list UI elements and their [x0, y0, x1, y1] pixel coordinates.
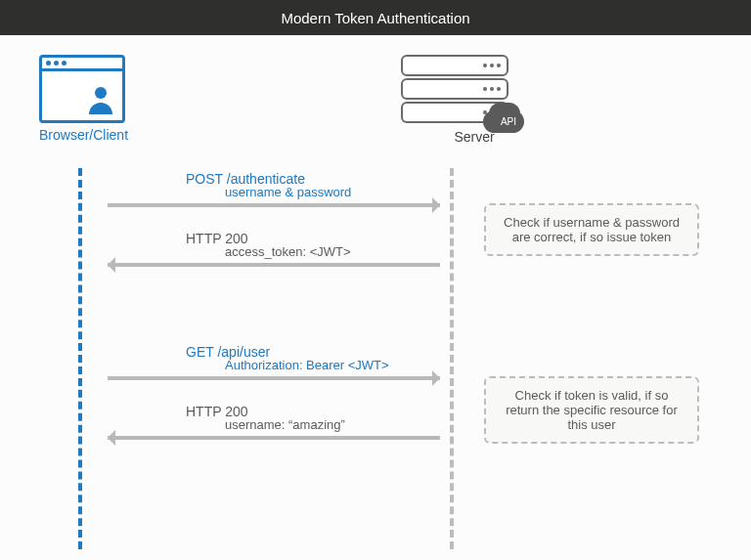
- flow2-response-detail: username: “amazing”: [225, 417, 440, 432]
- flow2-request-detail: Authorization: Bearer <JWT>: [225, 358, 440, 372]
- arrow-left-icon: [108, 263, 440, 267]
- flow1-request: POST /authenticate username & password: [108, 171, 440, 207]
- diagram-title-bar: Modern Token Authentication: [0, 0, 751, 35]
- flow1-response-detail: access_token: <JWT>: [225, 244, 440, 259]
- flow2-request: GET /api/user Authorization: Bearer <JWT…: [108, 344, 440, 380]
- api-cloud-icon: API: [493, 110, 524, 133]
- arrow-right-icon: [108, 203, 440, 207]
- flow2-server-note: Check if token is valid, if so return th…: [484, 376, 699, 444]
- browser-icon: [39, 55, 125, 123]
- flow1-request-detail: username & password: [225, 185, 440, 199]
- user-icon: [87, 87, 114, 114]
- flow2-response: HTTP 200 username: “amazing”: [108, 404, 440, 440]
- actor-client-label: Browser/Client: [39, 127, 128, 143]
- server-icon: API: [401, 55, 508, 125]
- server-lifeline: [450, 168, 454, 549]
- flow1-server-note: Check if username & password are correct…: [484, 203, 699, 256]
- actor-client: Browser/Client: [39, 55, 128, 143]
- client-lifeline: [78, 168, 82, 549]
- diagram-title: Modern Token Authentication: [281, 10, 469, 26]
- arrow-right-icon: [108, 376, 440, 380]
- arrow-left-icon: [108, 436, 440, 440]
- actor-server: API Server: [401, 55, 508, 145]
- flow1-response: HTTP 200 access_token: <JWT>: [108, 231, 440, 267]
